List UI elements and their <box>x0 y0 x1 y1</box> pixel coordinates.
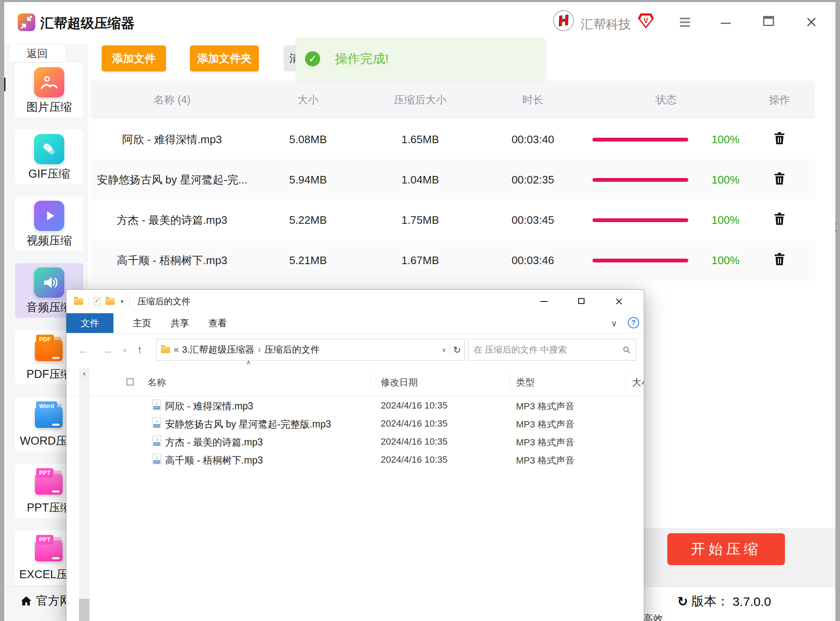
close-button[interactable] <box>806 17 817 28</box>
sidebar-item-gif-compress[interactable]: GIF压缩 <box>15 130 83 184</box>
ppt-compress-icon: PPT <box>34 468 64 498</box>
explorer-file-type: MP3 格式声音 <box>516 418 574 431</box>
up-icon[interactable]: ↑ <box>137 343 142 356</box>
audio-compress-icon <box>34 267 64 298</box>
tab-share[interactable]: 共享 <box>171 313 189 333</box>
minimize-button[interactable] <box>721 23 731 24</box>
compressed-size: 1.67MB <box>363 254 477 267</box>
progress-percent: 100% <box>711 133 740 146</box>
explorer-ribbon-tabs: 文件 主页 共享 查看 <box>66 313 644 333</box>
file-size: 5.08MB <box>253 133 363 146</box>
address-bar[interactable]: « 3.汇帮超级压缩器 › 压缩后的文件 ∨ ↻ <box>156 339 465 361</box>
column-action: 操作 <box>744 93 815 107</box>
progress-bar <box>592 138 688 141</box>
explorer-file-name: 高千顺 - 梧桐树下.mp3 <box>165 454 263 467</box>
version-row: ↻ 版本： 3.7.0.0 <box>677 593 771 610</box>
progress-percent: 100% <box>711 254 740 267</box>
explorer-column-type[interactable]: 类型 <box>516 376 535 389</box>
expand-ribbon-icon[interactable]: ∨ <box>611 318 617 328</box>
sidebar-item-label: GIF压缩 <box>29 166 70 181</box>
explorer-file-date: 2024/4/16 10:35 <box>381 418 448 429</box>
explorer-file-name: 阿欣 - 难得深情.mp3 <box>165 400 253 413</box>
new-folder-icon[interactable] <box>105 298 115 305</box>
mp3-file-icon: ♪ MP3 <box>152 435 161 448</box>
column-divider[interactable] <box>510 374 510 390</box>
explorer-file-name: 方杰 - 最美的诗篇.mp3 <box>165 436 263 449</box>
explorer-column-date[interactable]: 修改日期 <box>381 376 418 389</box>
refresh-icon[interactable]: ↻ <box>453 345 461 355</box>
column-divider[interactable] <box>370 374 371 390</box>
add-file-button[interactable]: 添加文件 <box>102 45 166 71</box>
tab-file[interactable]: 文件 <box>66 313 113 333</box>
properties-icon[interactable] <box>94 297 100 306</box>
forward-icon[interactable]: → <box>103 344 113 356</box>
explorer-file-row[interactable]: ♪ MP3 高千顺 - 梧桐树下.mp3 2024/4/16 10:35 MP3… <box>66 450 644 468</box>
start-compress-button[interactable]: 开始压缩 <box>667 533 785 565</box>
explorer-file-type: MP3 格式声音 <box>516 400 574 413</box>
tab-view[interactable]: 查看 <box>208 313 227 333</box>
table-row: 高千顺 - 梧桐树下.mp3 5.21MB 1.67MB 00:03:46 10… <box>91 240 815 280</box>
duration: 00:03:45 <box>477 214 588 227</box>
scrollbar-thumb[interactable] <box>79 599 90 621</box>
sidebar-item-label: 图片压缩 <box>26 100 72 115</box>
sidebar-item-label: 音频压缩 <box>26 300 72 315</box>
select-all-checkbox[interactable] <box>126 378 134 385</box>
mp3-file-icon: ♪ MP3 <box>152 417 161 430</box>
gif-compress-icon <box>34 134 64 164</box>
compressed-size: 1.75MB <box>363 214 477 227</box>
explorer-file-row[interactable]: ♪ MP3 阿欣 - 难得深情.mp3 2024/4/16 10:35 MP3 … <box>66 396 644 414</box>
search-bar[interactable] <box>468 339 636 361</box>
tab-home[interactable]: 主页 <box>133 313 151 333</box>
svg-text:MP3: MP3 <box>154 443 159 445</box>
sort-ascending-icon: ∧ <box>246 359 251 366</box>
pdf-compress-icon: PDF <box>34 334 64 364</box>
toast-notification: ✓ 操作完成! <box>295 37 546 80</box>
svg-text:MP3: MP3 <box>154 406 159 409</box>
sidebar-item-video-compress[interactable]: 视频压缩 <box>15 197 83 251</box>
add-folder-button[interactable]: 添加文件夹 <box>190 45 259 71</box>
search-input[interactable] <box>474 345 623 355</box>
help-icon[interactable]: ? <box>628 317 639 328</box>
explorer-title: 压缩后的文件 <box>137 296 190 307</box>
column-divider[interactable] <box>625 374 626 390</box>
explorer-file-row[interactable]: ♪ MP3 安静悠扬古风 by 星河鹭起-完整版.mp3 2024/4/16 1… <box>66 414 644 432</box>
chevron-down-icon[interactable]: ▼ <box>120 299 124 304</box>
delete-icon[interactable] <box>774 172 785 185</box>
explorer-column-size[interactable]: 大小 <box>632 376 644 389</box>
path-truncation[interactable]: « <box>174 344 179 355</box>
recent-locations-icon[interactable]: ∨ <box>123 347 127 353</box>
divider <box>88 296 89 307</box>
explorer-file-date: 2024/4/16 10:35 <box>381 454 448 465</box>
sidebar-item-image-compress[interactable]: 图片压缩 <box>15 63 83 118</box>
column-size: 大小 <box>253 93 363 107</box>
delete-icon[interactable] <box>774 252 785 266</box>
brand-name: 汇帮科技 <box>581 16 631 33</box>
breadcrumb-current[interactable]: 压缩后的文件 <box>264 343 320 356</box>
home-icon <box>20 595 32 607</box>
delete-icon[interactable] <box>774 131 785 145</box>
maximize-button[interactable] <box>763 16 774 26</box>
breadcrumb-root[interactable]: 3.汇帮超级压缩器 <box>182 343 254 356</box>
menu-icon[interactable] <box>680 18 690 27</box>
toast-message: 操作完成! <box>335 50 389 68</box>
svg-text:♪: ♪ <box>155 418 158 424</box>
svg-text:MP3: MP3 <box>154 424 159 427</box>
file-name: 方杰 - 最美的诗篇.mp3 <box>91 213 253 228</box>
explorer-column-name[interactable]: 名称 <box>147 376 166 389</box>
sidebar-back-button[interactable]: 返回 <box>9 45 65 62</box>
back-icon[interactable]: ← <box>78 344 89 356</box>
explorer-file-row[interactable]: ♪ MP3 方杰 - 最美的诗篇.mp3 2024/4/16 10:35 MP3… <box>66 432 644 450</box>
update-icon[interactable]: ↻ <box>677 594 688 609</box>
progress-bar <box>592 259 688 262</box>
delete-icon[interactable] <box>774 212 785 225</box>
window-edge-mark <box>4 78 5 91</box>
search-icon[interactable] <box>623 346 631 354</box>
explorer-minimize-button[interactable] <box>540 301 548 302</box>
compressed-size: 1.04MB <box>363 173 477 186</box>
file-name: 高千顺 - 梧桐树下.mp3 <box>91 253 253 268</box>
address-dropdown-icon[interactable]: ∨ <box>442 346 446 353</box>
duration: 00:02:35 <box>477 173 588 186</box>
explorer-maximize-button[interactable] <box>578 298 585 304</box>
explorer-close-button[interactable] <box>615 298 623 305</box>
folder-icon <box>74 298 83 305</box>
